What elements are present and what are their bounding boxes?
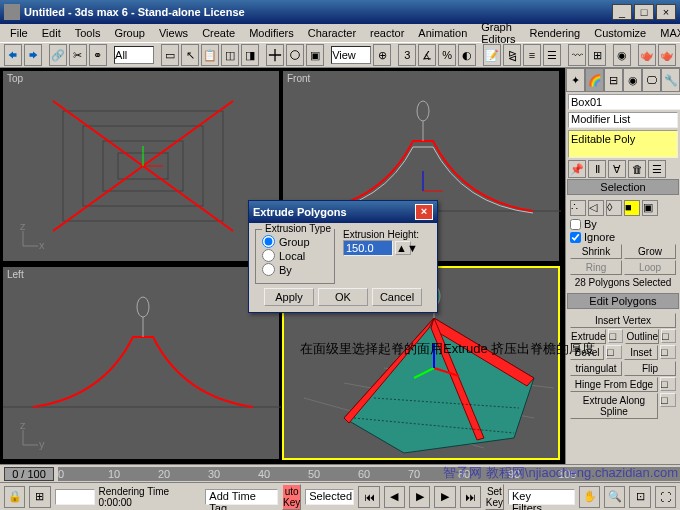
make-unique-button[interactable]: ∀ bbox=[608, 160, 626, 178]
menu-rendering[interactable]: Rendering bbox=[523, 27, 586, 39]
menu-edit[interactable]: Edit bbox=[36, 27, 67, 39]
percent-snap-button[interactable]: % bbox=[438, 44, 456, 66]
align-button[interactable]: ≡ bbox=[523, 44, 541, 66]
schematic-button[interactable]: ⊞ bbox=[588, 44, 606, 66]
snap-button[interactable]: 3 bbox=[398, 44, 416, 66]
link-button[interactable]: 🔗 bbox=[49, 44, 67, 66]
next-frame-button[interactable]: ▶ bbox=[434, 486, 455, 508]
configure-button[interactable]: ☰ bbox=[648, 160, 666, 178]
show-result-button[interactable]: Ⅱ bbox=[588, 160, 606, 178]
redo-button[interactable] bbox=[24, 44, 42, 66]
element-subobj-button[interactable]: ▣ bbox=[642, 200, 658, 216]
viewport-left[interactable]: Left yz bbox=[2, 266, 280, 460]
border-subobj-button[interactable]: ◊ bbox=[606, 200, 622, 216]
create-tab[interactable]: ✦ bbox=[566, 68, 585, 92]
menu-create[interactable]: Create bbox=[196, 27, 241, 39]
menu-character[interactable]: Character bbox=[302, 27, 362, 39]
move-button[interactable] bbox=[266, 44, 284, 66]
vertex-subobj-button[interactable]: ∴ bbox=[570, 200, 586, 216]
menu-modifiers[interactable]: Modifiers bbox=[243, 27, 300, 39]
prev-frame-button[interactable]: ◀ bbox=[384, 486, 405, 508]
select-arrow-button[interactable]: ↖ bbox=[181, 44, 199, 66]
utilities-tab[interactable]: 🔧 bbox=[661, 68, 680, 92]
flip-button[interactable]: Flip bbox=[624, 361, 676, 376]
modifier-stack[interactable]: Editable Poly bbox=[568, 130, 678, 158]
viewport-top[interactable]: Top xz bbox=[2, 70, 280, 262]
pin-stack-button[interactable]: 📌 bbox=[568, 160, 586, 178]
group-radio[interactable] bbox=[262, 235, 275, 248]
menu-maxscript[interactable]: MAXScript bbox=[654, 27, 680, 39]
hinge-button[interactable]: Hinge From Edge bbox=[570, 377, 658, 392]
stack-item-editable-poly[interactable]: Editable Poly bbox=[571, 133, 635, 145]
extrusion-height-input[interactable] bbox=[343, 240, 393, 256]
window-crossing-button[interactable]: ◨ bbox=[241, 44, 259, 66]
zoom-view-button[interactable]: 🔍 bbox=[604, 486, 625, 508]
min-max-toggle-button[interactable]: ⛶ bbox=[655, 486, 676, 508]
menu-tools[interactable]: Tools bbox=[69, 27, 107, 39]
select-button[interactable]: ▭ bbox=[161, 44, 179, 66]
close-button[interactable]: × bbox=[656, 4, 676, 20]
menu-group[interactable]: Group bbox=[108, 27, 151, 39]
angle-snap-button[interactable]: ∡ bbox=[418, 44, 436, 66]
rotate-button[interactable] bbox=[286, 44, 304, 66]
maximize-button[interactable]: □ bbox=[634, 4, 654, 20]
ignore-backfacing-checkbox[interactable] bbox=[570, 232, 581, 243]
apply-button[interactable]: Apply bbox=[264, 288, 314, 306]
inset-button[interactable]: Inset bbox=[624, 345, 658, 360]
mirror-button[interactable]: ⧎ bbox=[503, 44, 521, 66]
select-name-button[interactable]: 📋 bbox=[201, 44, 219, 66]
quick-render-button[interactable]: 🫖 bbox=[658, 44, 676, 66]
pan-view-button[interactable]: ✋ bbox=[579, 486, 600, 508]
selection-filter-dropdown[interactable] bbox=[114, 46, 154, 64]
hierarchy-tab[interactable]: ⊟ bbox=[604, 68, 623, 92]
auto-key-button[interactable]: uto Key bbox=[282, 484, 301, 510]
named-sel-button[interactable]: 📝 bbox=[483, 44, 501, 66]
add-time-tag-button[interactable]: Add Time Tag bbox=[205, 489, 278, 505]
extrude-along-settings-button[interactable]: □ bbox=[660, 393, 676, 407]
by-vertex-checkbox[interactable] bbox=[570, 219, 581, 230]
goto-end-button[interactable]: ⏭ bbox=[460, 486, 481, 508]
display-tab[interactable]: 🖵 bbox=[642, 68, 661, 92]
material-editor-button[interactable]: ◉ bbox=[613, 44, 631, 66]
menu-grapheditors[interactable]: Graph Editors bbox=[475, 21, 521, 45]
goto-start-button[interactable]: ⏮ bbox=[358, 486, 379, 508]
time-slider-thumb[interactable]: 0 / 100 bbox=[4, 467, 54, 481]
extrude-along-button[interactable]: Extrude Along Spline bbox=[570, 393, 658, 419]
scale-button[interactable]: ▣ bbox=[306, 44, 324, 66]
zoom-extents-button[interactable]: ⊡ bbox=[629, 486, 650, 508]
menu-file[interactable]: File bbox=[4, 27, 34, 39]
modify-tab[interactable]: 🌈 bbox=[585, 68, 604, 92]
outline-settings-button[interactable]: □ bbox=[661, 329, 676, 343]
menu-animation[interactable]: Animation bbox=[412, 27, 473, 39]
center-pivot-button[interactable]: ⊕ bbox=[373, 44, 391, 66]
local-radio[interactable] bbox=[262, 249, 275, 262]
set-key-button[interactable]: Set Key bbox=[485, 484, 504, 510]
by-poly-radio[interactable] bbox=[262, 263, 275, 276]
menu-reactor[interactable]: reactor bbox=[364, 27, 410, 39]
play-button[interactable]: ▶ bbox=[409, 486, 430, 508]
bevel-settings-button[interactable]: □ bbox=[606, 345, 622, 359]
trackbar-button[interactable]: ⊞ bbox=[29, 486, 50, 508]
triangulate-button[interactable]: triangulat bbox=[570, 361, 622, 376]
grow-button[interactable]: Grow bbox=[624, 244, 676, 259]
insert-vertex-button[interactable]: Insert Vertex bbox=[570, 313, 676, 328]
curve-editor-button[interactable]: 〰 bbox=[568, 44, 586, 66]
shrink-button[interactable]: Shrink bbox=[570, 244, 622, 259]
key-mode-dropdown[interactable]: Selected bbox=[305, 489, 354, 505]
inset-settings-button[interactable]: □ bbox=[660, 345, 676, 359]
ok-button[interactable]: OK bbox=[318, 288, 368, 306]
render-scene-button[interactable]: 🫖 bbox=[638, 44, 656, 66]
layers-button[interactable]: ☰ bbox=[543, 44, 561, 66]
selection-rollout-header[interactable]: Selection bbox=[567, 179, 679, 195]
menu-customize[interactable]: Customize bbox=[588, 27, 652, 39]
motion-tab[interactable]: ◉ bbox=[623, 68, 642, 92]
select-region-button[interactable]: ◫ bbox=[221, 44, 239, 66]
cancel-button[interactable]: Cancel bbox=[372, 288, 422, 306]
extrude-settings-button[interactable]: □ bbox=[608, 329, 623, 343]
bind-button[interactable]: ⚭ bbox=[89, 44, 107, 66]
polygon-subobj-button[interactable]: ■ bbox=[624, 200, 640, 216]
modifier-list-dropdown[interactable]: Modifier List bbox=[568, 112, 678, 128]
spinner-snap-button[interactable]: ◐ bbox=[458, 44, 476, 66]
edge-subobj-button[interactable]: ◁ bbox=[588, 200, 604, 216]
undo-button[interactable] bbox=[4, 44, 22, 66]
